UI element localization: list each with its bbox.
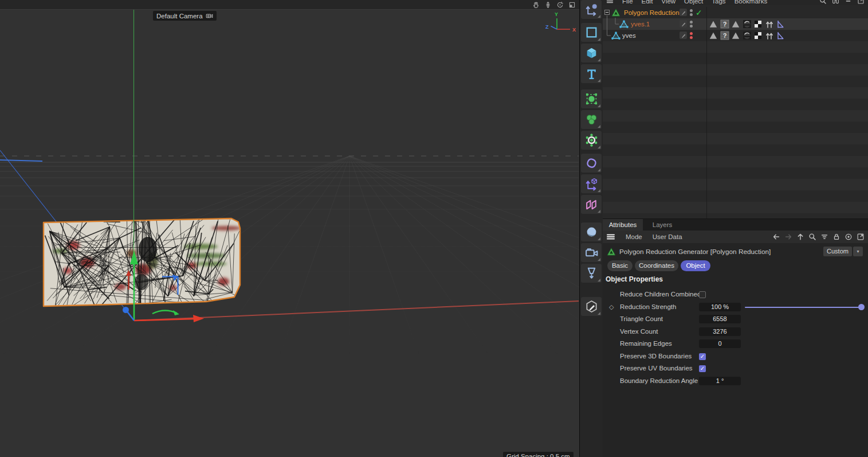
text-tool-icon[interactable] (581, 64, 602, 83)
generator-tool-icon[interactable] (581, 89, 602, 108)
om-menu-object[interactable]: Object (684, 0, 703, 5)
render-visibility-dot[interactable] (690, 25, 693, 28)
material-tag-icon[interactable] (743, 31, 752, 40)
editor-visibility-dot[interactable] (690, 9, 693, 12)
om-menu-file[interactable]: File (622, 0, 633, 5)
up-icon[interactable] (796, 233, 804, 241)
normals-tag-icon[interactable] (765, 31, 774, 40)
editor-visibility-dot-off[interactable] (690, 32, 693, 35)
om-menu-edit[interactable]: Edit (642, 0, 653, 5)
value-field[interactable]: 1 ° (699, 377, 741, 385)
tab-attributes[interactable]: Attributes (603, 219, 643, 231)
popout-icon[interactable] (857, 0, 865, 5)
section-tab-row: Basic Coordinates Object (603, 260, 868, 272)
value-field[interactable]: 6558 (699, 315, 741, 323)
object-manager-menubar: FileEditViewObjectTagsBookmarks (603, 0, 868, 5)
simulation-tool-icon[interactable] (581, 131, 602, 150)
enable-toggle[interactable] (680, 20, 687, 28)
viewport-canvas[interactable]: YXZ (0, 0, 579, 457)
om-row-polygon-reduction[interactable]: Polygon Reduction ✓ (603, 7, 868, 18)
preset-dropdown-arrow[interactable]: ▾ (853, 247, 863, 256)
camera-tool-icon[interactable] (581, 243, 602, 262)
tab-basic[interactable]: Basic (607, 260, 633, 271)
slider-knob[interactable] (858, 304, 865, 310)
spline-primitive-tool-icon[interactable] (581, 23, 602, 42)
polygon-reduced-mesh[interactable] (44, 214, 241, 311)
keyframe-diamond-icon[interactable]: ◇ (609, 303, 614, 311)
environment-tool-icon[interactable] (581, 222, 602, 241)
popout-icon[interactable] (857, 233, 865, 241)
value-field[interactable]: 100 % (699, 303, 741, 311)
deformer-tool-icon[interactable] (581, 154, 602, 173)
fields-tool-icon[interactable] (581, 195, 602, 214)
om-menu-bookmarks[interactable]: Bookmarks (735, 0, 768, 5)
camera-label-hud[interactable]: Default Camera (153, 11, 217, 21)
enable-toggle[interactable] (680, 32, 687, 39)
lock-icon[interactable] (832, 233, 840, 241)
phong-tag-icon[interactable] (731, 19, 740, 29)
om-menu-view[interactable]: View (661, 0, 675, 5)
tab-layers[interactable]: Layers (646, 219, 678, 231)
object-name-polygon-reduction[interactable]: Polygon Reduction (624, 7, 680, 18)
phong-tag-icon[interactable] (709, 31, 718, 40)
render-visibility-dot-off[interactable] (690, 36, 693, 39)
maximize-icon[interactable] (568, 1, 576, 9)
editor-visibility-dot[interactable] (690, 21, 693, 24)
minimize-icon[interactable] (845, 0, 852, 5)
move-tool-icon[interactable] (581, 0, 602, 19)
filter-icon[interactable] (820, 233, 828, 241)
forward-icon[interactable] (784, 233, 792, 241)
om-row-yves[interactable]: yves ? (603, 30, 868, 41)
object-name-yves-1[interactable]: yves.1 (631, 18, 650, 30)
cube-primitive-tool-icon[interactable] (581, 44, 602, 63)
reduction-strength-slider[interactable] (745, 307, 862, 308)
target-icon[interactable] (845, 233, 853, 241)
phong-tag-icon[interactable] (731, 31, 740, 40)
user-data-menu[interactable]: User Data (653, 233, 682, 240)
binoculars-icon[interactable] (832, 0, 839, 5)
selection-flag-tag-icon[interactable] (776, 19, 785, 29)
mode-burger-icon[interactable] (606, 232, 615, 241)
normals-tag-icon[interactable] (765, 19, 774, 29)
light-tool-icon[interactable] (581, 264, 602, 283)
back-icon[interactable] (772, 233, 780, 241)
camera-swap-icon[interactable] (206, 12, 213, 19)
object-name-yves[interactable]: yves (622, 30, 636, 41)
question-texture-tag-icon[interactable]: ? (720, 31, 729, 40)
uvw-tag-icon[interactable] (753, 19, 763, 29)
viewport-3d[interactable]: YXZ Default Camera Grid Spacing : 0.5 cm (0, 0, 579, 457)
om-row-yves-1[interactable]: yves.1 ? (603, 18, 868, 30)
generator-enabled-check-icon[interactable]: ✓ (696, 7, 702, 18)
checkbox-unchecked[interactable] (699, 291, 706, 298)
uvw-tag-icon[interactable] (753, 31, 763, 40)
value-field[interactable]: 3276 (699, 327, 741, 336)
dolly-icon[interactable] (544, 1, 552, 9)
search-icon[interactable] (819, 0, 827, 5)
tab-coordinates[interactable]: Coordinates (635, 260, 678, 271)
rotate-icon[interactable] (556, 1, 564, 9)
tab-object[interactable]: Object (681, 260, 710, 271)
value-field[interactable]: 0 (699, 339, 741, 348)
selection-flag-tag-icon[interactable] (776, 31, 785, 40)
pan-hand-icon[interactable] (532, 1, 540, 9)
enable-toggle[interactable] (680, 9, 687, 16)
question-texture-tag-icon[interactable]: ? (720, 19, 729, 29)
material-tag-icon[interactable] (743, 19, 752, 29)
search-icon[interactable] (808, 233, 816, 241)
prop-row-preserve-3d-boundaries: Preserve 3D Boundaries✓ (603, 351, 868, 362)
mode-menu[interactable]: Mode (626, 233, 642, 240)
om-menu-tags[interactable]: Tags (712, 0, 725, 5)
camera-label[interactable]: Default Camera (156, 13, 203, 19)
material-edit-tool-icon[interactable] (581, 297, 602, 316)
checkbox-checked[interactable]: ✓ (699, 353, 706, 360)
preset-dropdown[interactable]: Custom (823, 247, 852, 256)
tree-collapse-toggle[interactable] (604, 10, 610, 15)
render-visibility-dot[interactable] (690, 13, 693, 16)
phong-tag-icon[interactable] (709, 19, 718, 29)
checkbox-checked[interactable]: ✓ (699, 365, 706, 372)
om-row-stripe (603, 190, 868, 202)
object-properties-header[interactable]: Object Properties (606, 275, 663, 283)
om-burger-icon[interactable] (606, 0, 614, 5)
metaball-tool-icon[interactable] (581, 110, 602, 129)
mograph-tool-icon[interactable] (581, 174, 602, 193)
